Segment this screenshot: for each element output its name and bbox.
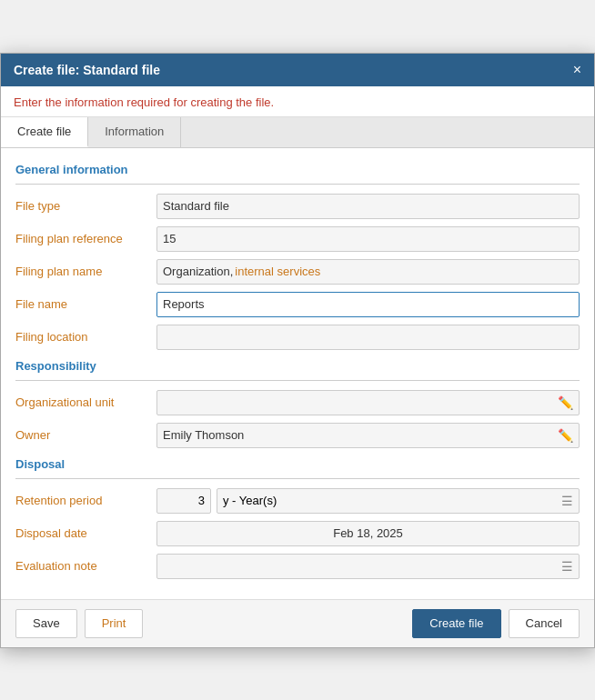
dialog-subtitle: Enter the information required for creat… xyxy=(1,86,594,117)
file-type-label: File type xyxy=(15,199,156,213)
owner-field[interactable]: ✏️ xyxy=(156,423,580,448)
file-name-label: File name xyxy=(15,297,156,311)
dialog-body: General information File type Standard f… xyxy=(1,148,594,599)
org-unit-field[interactable]: ✏️ xyxy=(156,390,580,415)
org-unit-input[interactable] xyxy=(163,395,558,409)
filing-location-input[interactable] xyxy=(156,325,580,350)
filing-location-row: Filing location xyxy=(15,325,580,350)
evaluation-note-row: Evaluation note ☰ xyxy=(15,554,580,579)
retention-period-row: Retention period y - Year(s) ☰ xyxy=(15,488,580,514)
tab-information[interactable]: Information xyxy=(88,117,181,147)
retention-row: y - Year(s) ☰ xyxy=(156,488,580,514)
owner-label: Owner xyxy=(15,428,156,442)
cancel-button[interactable]: Cancel xyxy=(509,609,580,638)
print-button[interactable]: Print xyxy=(85,609,144,638)
evaluation-note-label: Evaluation note xyxy=(15,559,156,573)
retention-number-input[interactable] xyxy=(156,488,211,514)
filing-plan-name-label: Filing plan name xyxy=(15,265,156,278)
dialog-title: Create file: Standard file xyxy=(14,63,160,77)
filing-plan-name-value: Organization, internal services xyxy=(156,259,580,285)
close-button[interactable]: × xyxy=(573,63,581,77)
file-type-value: Standard file xyxy=(156,194,580,219)
dialog-header: Create file: Standard file × xyxy=(1,54,594,86)
owner-edit-icon[interactable]: ✏️ xyxy=(558,428,573,443)
filing-plan-reference-label: Filing plan reference xyxy=(15,232,156,245)
retention-unit-label: y - Year(s) xyxy=(223,494,277,507)
owner-row: Owner ✏️ xyxy=(15,423,580,448)
file-type-row: File type Standard file xyxy=(15,194,580,219)
responsibility-section: Responsibility Organizational unit ✏️ Ow… xyxy=(15,359,580,448)
create-file-button[interactable]: Create file xyxy=(412,609,500,638)
general-section-title: General information xyxy=(15,163,580,176)
filing-plan-reference-value: 15 xyxy=(156,226,580,252)
filing-plan-reference-row: Filing plan reference 15 xyxy=(15,226,580,252)
footer-left: Save Print xyxy=(15,609,143,638)
file-name-row: File name xyxy=(15,292,580,317)
retention-unit-select[interactable]: y - Year(s) ☰ xyxy=(217,488,580,514)
evaluation-note-list-icon: ☰ xyxy=(561,559,573,574)
general-information-section: General information File type Standard f… xyxy=(15,163,580,350)
footer-right: Create file Cancel xyxy=(412,609,580,638)
general-divider xyxy=(15,184,580,185)
disposal-date-value: Feb 18, 2025 xyxy=(156,521,580,546)
responsibility-section-title: Responsibility xyxy=(15,359,580,373)
disposal-divider xyxy=(15,478,580,479)
evaluation-note-field[interactable]: ☰ xyxy=(156,554,580,579)
owner-input[interactable] xyxy=(163,428,558,442)
disposal-date-label: Disposal date xyxy=(15,526,156,540)
disposal-section: Disposal Retention period y - Year(s) ☰ … xyxy=(15,457,580,579)
subtitle-pre: Enter the xyxy=(14,95,65,109)
subtitle-highlight: information xyxy=(65,95,123,109)
disposal-date-row: Disposal date Feb 18, 2025 xyxy=(15,521,580,546)
dialog-container: Create file: Standard file × Enter the i… xyxy=(0,53,595,648)
file-name-input[interactable] xyxy=(156,292,580,317)
responsibility-divider xyxy=(15,380,580,381)
dialog-footer: Save Print Create file Cancel xyxy=(1,599,594,647)
subtitle-post: required for creating the file. xyxy=(124,95,274,109)
retention-period-label: Retention period xyxy=(15,494,156,507)
save-button[interactable]: Save xyxy=(15,609,77,638)
org-unit-label: Organizational unit xyxy=(15,395,156,409)
retention-unit-list-icon: ☰ xyxy=(561,494,573,508)
disposal-section-title: Disposal xyxy=(15,457,580,471)
filing-location-label: Filing location xyxy=(15,330,156,344)
org-unit-row: Organizational unit ✏️ xyxy=(15,390,580,415)
org-unit-edit-icon[interactable]: ✏️ xyxy=(558,395,573,410)
tab-bar: Create file Information xyxy=(1,117,594,148)
tab-create-file[interactable]: Create file xyxy=(1,117,88,147)
filing-plan-name-row: Filing plan name Organization, internal … xyxy=(15,259,580,285)
